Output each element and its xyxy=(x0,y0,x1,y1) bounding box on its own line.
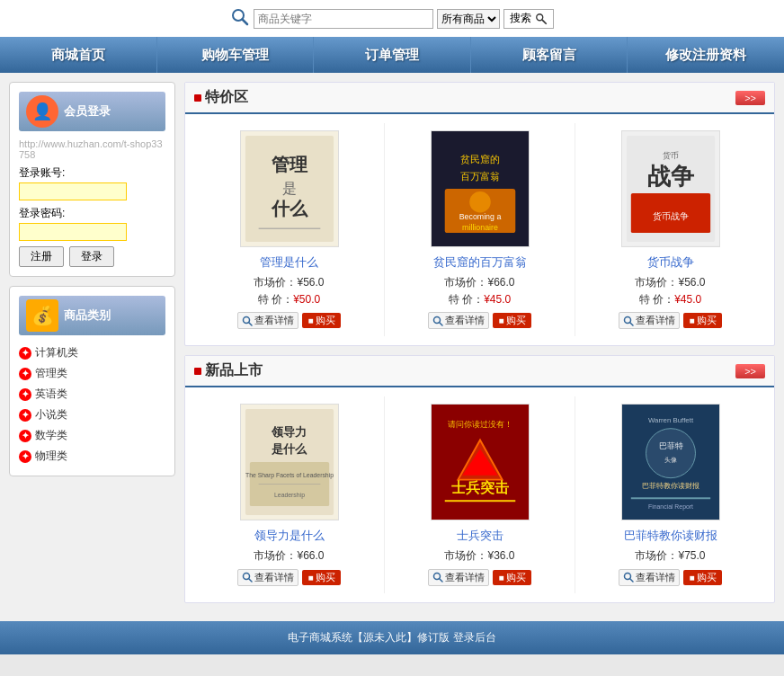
search-mini-icon-2 xyxy=(432,316,443,326)
newproduct-section: 新品上市 领导力 是什么 xyxy=(184,355,775,602)
category-icon-computers: ✦ xyxy=(19,347,31,360)
special-more-button[interactable] xyxy=(735,91,765,105)
login-button[interactable]: 登录 xyxy=(69,246,114,267)
svg-line-3 xyxy=(542,20,546,23)
new-detail-button-2[interactable]: 查看详情 xyxy=(428,569,489,586)
special-product-1: 管理 是 什么 管理是什么 市场价：¥56.0 特 价：¥50.0 xyxy=(194,123,385,336)
new-detail-button-1[interactable]: 查看详情 xyxy=(237,569,298,586)
new-product-actions-2: 查看详情 ■ 购买 xyxy=(392,569,567,586)
category-item-english[interactable]: ✦ 英语类 xyxy=(19,384,165,405)
password-input[interactable] xyxy=(19,223,127,241)
category-icon-math: ✦ xyxy=(19,430,31,442)
search-select[interactable]: 所有商品 xyxy=(437,9,500,29)
new-product-name-1[interactable]: 领导力是什么 xyxy=(201,528,377,544)
svg-text:Leadership: Leadership xyxy=(274,493,305,500)
newproduct-more-button[interactable] xyxy=(735,364,765,378)
register-button[interactable]: 注册 xyxy=(19,246,64,267)
svg-point-49 xyxy=(646,429,695,478)
product-name-3[interactable]: 货币战争 xyxy=(583,254,758,271)
svg-text:Warren Buffett: Warren Buffett xyxy=(647,416,693,424)
svg-text:巴菲特: 巴菲特 xyxy=(658,442,682,451)
svg-text:战争: 战争 xyxy=(647,164,695,190)
buy-button-2[interactable]: ■ 购买 xyxy=(493,313,530,328)
book-cover-6: Warren Buffett 巴菲特 头像 巴菲特教你读财报 Financial… xyxy=(621,404,720,520)
search-button[interactable]: 搜索 xyxy=(503,9,553,29)
book-cover-1: 管理 是 什么 xyxy=(240,130,339,247)
new-product-name-2[interactable]: 士兵突击 xyxy=(392,528,567,544)
category-icon-management: ✦ xyxy=(19,368,31,380)
svg-text:The Sharp Facets of Leadership: The Sharp Facets of Leadership xyxy=(245,472,334,479)
detail-button-3[interactable]: 查看详情 xyxy=(619,312,680,329)
category-item-math[interactable]: ✦ 数学类 xyxy=(19,425,165,446)
detail-button-2[interactable]: 查看详情 xyxy=(428,312,489,329)
svg-text:贫民窟的: 贫民窟的 xyxy=(460,154,500,165)
book-cover-4: 领导力 是什么 The Sharp Facets of Leadership L… xyxy=(240,404,339,520)
page-wrapper: 所有商品 搜索 商城首页 购物车管理 订单管理 顾客留言 修改注册资料 xyxy=(0,0,784,654)
buy-button-1[interactable]: ■ 购买 xyxy=(302,313,340,328)
new-product-2: 请问你读过没有！ 士兵突击 士兵突击 市场价：¥36.0 xyxy=(385,396,575,592)
search-mini-icon-6 xyxy=(623,572,634,583)
category-box: 💰 商品类别 ✦ 计算机类 ✦ 管理类 ✦ 英语类 xyxy=(9,286,175,476)
svg-text:巴菲特教你读财报: 巴菲特教你读财报 xyxy=(642,483,699,491)
login-header: 👤 会员登录 xyxy=(19,92,165,131)
search-mini-icon-4 xyxy=(242,572,253,583)
category-item-fiction[interactable]: ✦ 小说类 xyxy=(19,405,165,425)
svg-line-1 xyxy=(243,20,248,25)
account-input[interactable] xyxy=(19,182,127,200)
search-icon xyxy=(230,7,250,30)
search-mini-icon-3 xyxy=(623,316,634,326)
special-header: 特价区 xyxy=(185,83,774,114)
category-list: ✦ 计算机类 ✦ 管理类 ✦ 英语类 ✦ 小说类 xyxy=(19,342,165,467)
new-product-name-3[interactable]: 巴菲特教你读财报 xyxy=(583,528,758,544)
svg-rect-53 xyxy=(630,498,709,500)
goldbag-icon: 💰 xyxy=(26,299,58,332)
sidebar: 👤 会员登录 http://www.huzhan.com/t-shop33758… xyxy=(9,82,175,612)
svg-text:是什么: 是什么 xyxy=(272,443,307,457)
nav-profile[interactable]: 修改注册资料 xyxy=(628,37,784,73)
login-title: 会员登录 xyxy=(64,103,111,120)
account-label: 登录账号: xyxy=(19,165,165,181)
new-buy-button-3[interactable]: ■ 购买 xyxy=(683,570,721,585)
password-label: 登录密码: xyxy=(19,206,165,221)
svg-text:Becoming a: Becoming a xyxy=(459,212,501,221)
new-buy-button-2[interactable]: ■ 购买 xyxy=(493,570,530,585)
new-product-3: Warren Buffett 巴菲特 头像 巴菲特教你读财报 Financial… xyxy=(575,396,765,592)
login-buttons: 注册 登录 xyxy=(19,246,165,267)
watermark-text: http://www.huzhan.com/t-shop33758 xyxy=(19,138,165,160)
category-item-management[interactable]: ✦ 管理类 xyxy=(19,363,165,384)
special-product-2: 贫民窟的 百万富翁 Becoming a millionaire 贫民窟的百万富… xyxy=(385,123,575,336)
new-product-price-2: 市场价：¥36.0 xyxy=(392,547,567,565)
red-dot-special xyxy=(194,94,201,102)
category-item-computers[interactable]: ✦ 计算机类 xyxy=(19,342,165,363)
product-name-2[interactable]: 贫民窟的百万富翁 xyxy=(392,254,567,271)
product-price-3: 市场价：¥56.0 特 价：¥45.0 xyxy=(583,274,758,308)
detail-button-1[interactable]: 查看详情 xyxy=(237,312,298,329)
svg-line-20 xyxy=(440,322,443,325)
nav-home[interactable]: 商城首页 xyxy=(0,37,157,73)
category-icon-english: ✦ xyxy=(19,388,31,401)
nav-orders[interactable]: 订单管理 xyxy=(314,37,471,73)
newproduct-header: 新品上市 xyxy=(185,356,774,387)
buy-button-3[interactable]: ■ 购买 xyxy=(683,313,721,328)
new-detail-button-3[interactable]: 查看详情 xyxy=(619,569,680,586)
category-item-physics[interactable]: ✦ 物理类 xyxy=(19,446,165,467)
search-input[interactable] xyxy=(254,9,433,29)
new-buy-button-1[interactable]: ■ 购买 xyxy=(302,570,340,585)
new-product-actions-1: 查看详情 ■ 购买 xyxy=(201,569,377,586)
category-title: 商品类别 xyxy=(64,307,111,324)
svg-text:什么: 什么 xyxy=(271,199,308,218)
book-cover-3: 货币 战争 货币战争 xyxy=(621,130,720,247)
header: 所有商品 搜索 xyxy=(0,0,784,37)
product-actions-2: 查看详情 ■ 购买 xyxy=(392,312,567,329)
book-cover-5: 请问你读过没有！ 士兵突击 xyxy=(431,404,530,520)
svg-text:是: 是 xyxy=(282,181,297,196)
nav-bar: 商城首页 购物车管理 订单管理 顾客留言 修改注册资料 xyxy=(0,37,784,73)
nav-feedback[interactable]: 顾客留言 xyxy=(471,37,628,73)
svg-text:货币: 货币 xyxy=(663,151,679,160)
new-product-1: 领导力 是什么 The Sharp Facets of Leadership L… xyxy=(194,396,385,592)
product-actions-1: 查看详情 ■ 购买 xyxy=(201,312,377,329)
product-name-1[interactable]: 管理是什么 xyxy=(201,254,377,271)
content-area: 特价区 管理 是 什么 xyxy=(184,82,775,612)
nav-cart[interactable]: 购物车管理 xyxy=(157,37,315,73)
footer: 电子商城系统【源未入此】修订版 登录后台 xyxy=(0,621,784,654)
